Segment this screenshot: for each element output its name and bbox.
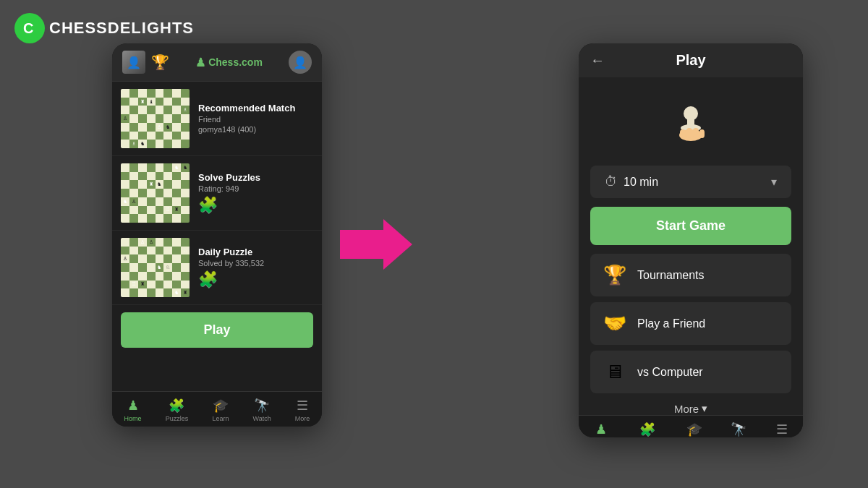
nav-home-label: Home (124, 415, 142, 422)
header-left: 👤 🏆 (122, 51, 169, 74)
chess-hand-icon (665, 92, 716, 154)
right-watch-icon: 🔭 (731, 421, 746, 437)
trophy-icon: 🏆 (151, 53, 169, 71)
right-phone: ← Play ⏱ 10 min (579, 43, 803, 437)
card-subtitle-2: Rating: 949 (198, 184, 313, 193)
puzzles-icon: 🧩 (169, 398, 184, 414)
card-detail-1: gomya148 (400) (198, 125, 313, 134)
board-thumbnail-1: ♜♝♗♙♙♞♗♞ (121, 89, 190, 148)
svg-rect-4 (687, 119, 694, 125)
card-info-2: Solve Puzzles Rating: 949 🧩 (198, 172, 313, 215)
start-game-button[interactable]: Start Game (590, 207, 791, 245)
right-nav-learn[interactable]: 🎓 Learn (686, 421, 702, 437)
chess-brand: ♟ Chess.com (195, 56, 263, 69)
svg-rect-8 (686, 128, 692, 138)
watch-icon: 🔭 (254, 398, 270, 414)
board-thumbnail-3: ♙♙♘♙♞♘♖♜♞♜ (121, 238, 190, 297)
right-home-icon: ♟ (595, 421, 607, 437)
right-nav-home[interactable]: ♟ Home (592, 421, 610, 437)
right-nav-more[interactable]: ☰ More (775, 421, 790, 437)
left-phone: 👤 🏆 ♟ Chess.com 👤 ♜♝♗♙♙♞♗♞ Recommended M… (112, 43, 322, 427)
dropdown-icon: ▾ (771, 175, 777, 189)
nav-home[interactable]: ♟ Home (124, 398, 142, 422)
time-value: 10 min (624, 176, 658, 189)
card-title-3: Daily Puzzle (198, 247, 313, 257)
more-icon: ☰ (297, 398, 308, 414)
more-option[interactable]: More ▾ (674, 402, 707, 415)
time-selector[interactable]: ⏱ 10 min ▾ (590, 166, 791, 198)
svg-text:C: C (23, 20, 33, 36)
nav-watch[interactable]: 🔭 Watch (253, 398, 271, 422)
play-friend-icon: 🤝 (602, 312, 627, 335)
arrow-container (340, 219, 412, 270)
right-more-icon: ☰ (776, 421, 788, 437)
puzzle-emoji-2: 🧩 (198, 196, 313, 215)
daily-puzzle-card[interactable]: ♙♙♘♙♞♘♖♜♞♜ Daily Puzzle Solved by 335,53… (112, 231, 322, 305)
nav-puzzles-label: Puzzles (166, 415, 189, 422)
vs-computer-option[interactable]: 🖥 vs Computer (590, 351, 791, 393)
tournaments-label: Tournaments (637, 269, 705, 282)
tournaments-option[interactable]: 🏆 Tournaments (590, 254, 791, 296)
clock-icon: ⏱ (605, 174, 618, 189)
more-label-text: More (674, 403, 699, 415)
nav-learn[interactable]: 🎓 Learn (212, 398, 229, 422)
nav-puzzles[interactable]: 🧩 Puzzles (166, 398, 189, 422)
right-nav-watch[interactable]: 🔭 Watch (730, 421, 748, 437)
svg-point-3 (684, 106, 698, 121)
logo: C CHESSDELIGHTS (14, 13, 194, 43)
card-info-1: Recommended Match Friend gomya148 (400) (198, 103, 313, 135)
right-phone-content: ⏱ 10 min ▾ Start Game 🏆 Tournaments 🤝 Pl… (579, 77, 803, 415)
recommended-match-card[interactable]: ♜♝♗♙♙♞♗♞ Recommended Match Friend gomya1… (112, 82, 322, 156)
left-phone-content: ♜♝♗♙♙♞♗♞ Recommended Match Friend gomya1… (112, 82, 322, 391)
nav-more-label: More (295, 415, 310, 422)
back-button[interactable]: ← (590, 52, 605, 69)
more-chevron-icon: ▾ (702, 402, 707, 415)
right-learn-icon: 🎓 (686, 421, 702, 437)
home-icon: ♟ (127, 398, 139, 414)
left-bottom-nav: ♟ Home 🧩 Puzzles 🎓 Learn 🔭 Watch ☰ More (112, 391, 322, 427)
pawn-hand-icon (665, 92, 716, 142)
svg-marker-2 (340, 219, 412, 270)
vs-computer-label: vs Computer (637, 366, 703, 379)
right-puzzles-icon: 🧩 (639, 421, 655, 437)
user-avatar: 👤 (122, 51, 145, 74)
card-subtitle-3: Solved by 335,532 (198, 259, 313, 267)
tournaments-icon: 🏆 (602, 264, 627, 286)
svg-rect-7 (680, 129, 686, 138)
solve-puzzles-card[interactable]: ♞♞♜♞♞♙♖♜ Solve Puzzles Rating: 949 🧩 (112, 156, 322, 231)
right-nav-puzzles[interactable]: 🧩 Puzzles (637, 421, 660, 437)
play-friend-label: Play a Friend (637, 317, 705, 330)
learn-icon: 🎓 (213, 398, 229, 414)
svg-rect-9 (693, 128, 699, 138)
vs-computer-icon: 🖥 (602, 361, 627, 383)
card-title-2: Solve Puzzles (198, 172, 313, 183)
right-phone-header: ← Play (579, 43, 803, 77)
left-phone-header: 👤 🏆 ♟ Chess.com 👤 (112, 43, 322, 82)
pawn-icon: ♟ (195, 56, 205, 69)
logo-text: CHESSDELIGHTS (49, 19, 194, 38)
play-friend-option[interactable]: 🤝 Play a Friend (590, 302, 791, 345)
play-button[interactable]: Play (121, 312, 313, 348)
nav-watch-label: Watch (253, 415, 271, 422)
nav-more[interactable]: ☰ More (295, 398, 310, 422)
puzzle-emoji-3: 🧩 (198, 270, 313, 289)
card-title-1: Recommended Match (198, 103, 313, 114)
right-phone-title: Play (676, 52, 705, 69)
arrow-right-icon (340, 219, 412, 270)
card-info-3: Daily Puzzle Solved by 335,532 🧩 (198, 247, 313, 289)
board-thumbnail-2: ♞♞♜♞♞♙♖♜ (121, 163, 190, 223)
svg-rect-10 (699, 129, 705, 138)
card-subtitle-1: Friend (198, 115, 313, 124)
logo-icon: C (14, 13, 45, 43)
nav-learn-label: Learn (212, 415, 229, 422)
right-avatar: 👤 (289, 51, 312, 74)
time-left: ⏱ 10 min (605, 174, 658, 189)
right-bottom-nav: ♟ Home 🧩 Puzzles 🎓 Learn 🔭 Watch ☰ More (579, 415, 803, 437)
